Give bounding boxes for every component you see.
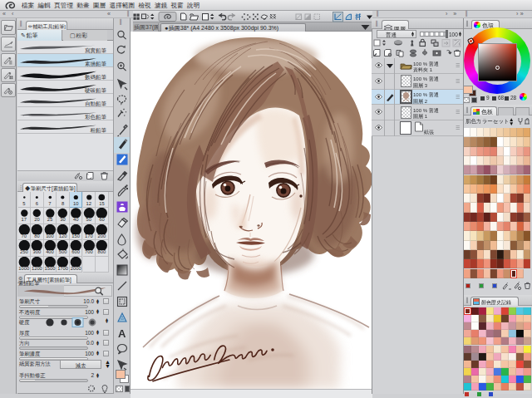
svg-text:A: A	[118, 327, 126, 340]
